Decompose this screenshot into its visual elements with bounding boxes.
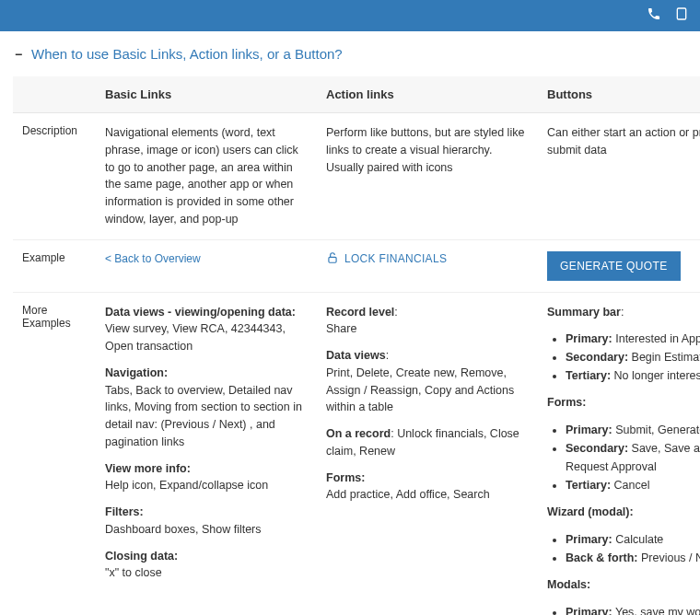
desc-action: Perform like buttons, but are styled lik… (326, 124, 529, 176)
li-key: Tertiary: (566, 479, 611, 492)
group-body: Help icon, Expand/collapse icon (105, 479, 268, 492)
row-label-description: Description (13, 113, 96, 240)
li-key: Primary: (566, 424, 612, 436)
topbar (0, 0, 700, 31)
group-head: Closing data: (105, 550, 178, 563)
group-head: On a record (326, 427, 391, 440)
back-to-overview-link[interactable]: < Back to Overview (105, 252, 201, 265)
li-val: Interested in Application (612, 332, 700, 345)
group-body: Tabs, Back to overview, Detailed nav lin… (105, 384, 302, 448)
group-body: "x" to close (105, 566, 162, 579)
group-head: Record level (326, 306, 394, 319)
group-body: Share (326, 322, 356, 335)
group-head: Filters: (105, 505, 144, 518)
table-row: More Examples Data views - viewing/openi… (13, 292, 700, 615)
accordion-title: When to use Basic Links, Action links, o… (31, 46, 343, 62)
device-icon[interactable] (674, 6, 689, 25)
group-head: Wizard (modal): (547, 505, 634, 518)
group-head: Forms: (326, 471, 365, 484)
row-label-more: More Examples (13, 292, 96, 615)
li-key: Secondary: (566, 442, 628, 455)
table-row: Description Navigational elements (word,… (13, 113, 700, 240)
more-buttons-cell: Summary bar: Primary: Interested in Appl… (538, 292, 700, 615)
comparison-table: Basic Links Action links Buttons Descrip… (13, 76, 700, 615)
header-basic-links: Basic Links (96, 76, 317, 113)
li-key: Primary: (566, 606, 612, 616)
lock-financials-link[interactable]: LOCK FINANCIALS (326, 251, 447, 267)
accordion-when-to-use[interactable]: − When to use Basic Links, Action links,… (13, 46, 687, 62)
group-head: View more info: (105, 462, 191, 475)
li-key: Primary: (566, 533, 612, 546)
header-blank (13, 76, 96, 113)
li-val: Yes, save my work (612, 606, 700, 616)
more-basic-cell: Data views - viewing/opening data:View s… (96, 292, 317, 615)
li-val: Begin Estimate (628, 351, 700, 364)
li-val: Cancel (611, 479, 649, 492)
li-key: Secondary: (566, 351, 628, 364)
desc-buttons: Can either start an action or process or… (547, 124, 700, 159)
group-head: Data views - viewing/opening data: (105, 306, 296, 319)
lock-financials-label: LOCK FINANCIALS (344, 252, 447, 265)
collapse-icon: − (13, 47, 24, 62)
group-body: View survey, View RCA, 42344343, Open tr… (105, 322, 286, 353)
table-row: Example < Back to Overview LOCK FINANCIA… (13, 239, 700, 292)
svg-rect-1 (329, 257, 336, 262)
group-body: Print, Delete, Create new, Remove, Assig… (326, 366, 514, 414)
row-label-example: Example (13, 239, 96, 292)
header-buttons: Buttons (538, 76, 700, 113)
header-action-links: Action links (317, 76, 538, 113)
li-val: Submit, Generate Quote (612, 424, 700, 436)
group-head: Navigation: (105, 366, 168, 379)
group-head: Summary bar (547, 306, 621, 319)
li-val: No longer interested (611, 369, 700, 382)
li-key: Primary: (566, 332, 612, 345)
group-body: Add practice, Add office, Search (326, 488, 490, 501)
phone-icon[interactable] (647, 6, 661, 25)
more-action-cell: Record level:Share Data views:Print, Del… (317, 292, 538, 615)
generate-quote-button[interactable]: GENERATE QUOTE (547, 251, 681, 281)
li-val: Calculate (612, 533, 664, 546)
group-head: Data views (326, 349, 386, 362)
svg-rect-0 (677, 8, 685, 19)
li-val: Previous / Next (637, 551, 700, 564)
lock-icon (326, 251, 339, 267)
desc-basic: Navigational elements (word, text phrase… (105, 124, 308, 228)
group-head: Modals: (547, 578, 590, 591)
li-key: Back & forth: (566, 551, 637, 564)
group-body: Dashboard boxes, Show filters (105, 523, 262, 536)
li-key: Tertiary: (566, 369, 611, 382)
group-head: Forms: (547, 396, 586, 409)
